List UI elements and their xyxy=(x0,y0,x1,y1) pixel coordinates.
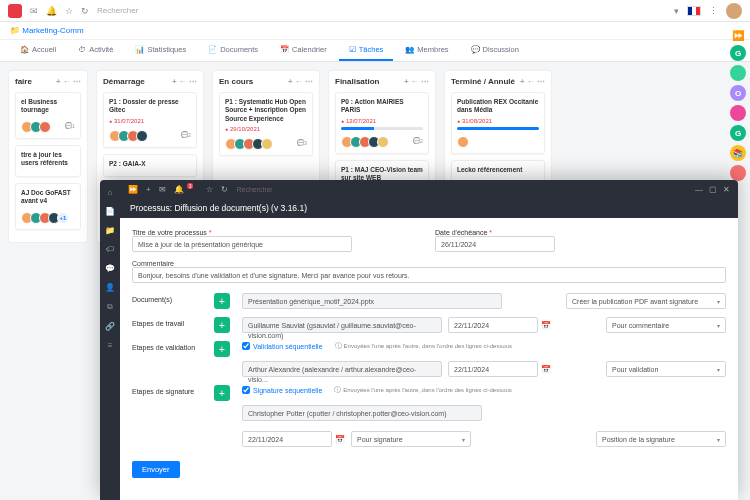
bell-icon[interactable]: 🔔 xyxy=(46,6,57,16)
column-actions[interactable]: + ← ⋯ xyxy=(288,77,313,86)
presence-dot[interactable] xyxy=(730,105,746,121)
column-actions[interactable]: + ← ⋯ xyxy=(56,77,81,86)
space-tabs: 🏠Accueil⏱Activité📊Statistiques📄Documents… xyxy=(0,40,750,62)
signature-position-select[interactable]: Position de la signature xyxy=(596,431,726,447)
signature-user-input[interactable]: Christopher Potter (cpotter / christophe… xyxy=(242,405,482,421)
locale-flag-fr[interactable] xyxy=(687,6,701,16)
bell-icon[interactable]: 🔔 xyxy=(174,185,184,194)
column-actions[interactable]: + ← ⋯ xyxy=(520,77,545,86)
kanban-card[interactable]: P1 : Dossier de presse Gitec31/07/2021💬2 xyxy=(103,92,197,148)
add-signature-button[interactable]: + xyxy=(214,385,230,401)
dropdown-icon[interactable]: ▾ xyxy=(674,6,679,16)
mail-icon[interactable]: ✉ xyxy=(159,185,166,194)
column-actions[interactable]: + ← ⋯ xyxy=(404,77,429,86)
signature-action-select[interactable]: Pour signature xyxy=(351,431,471,447)
side-link-icon[interactable]: 🔗 xyxy=(105,322,115,331)
validation-user-input[interactable]: Arthur Alexandre (aalexandre / arthur.al… xyxy=(242,361,442,377)
ff-icon[interactable]: ⏩ xyxy=(128,185,138,194)
kanban-card[interactable]: Publication REX Occitanie dans Média31/0… xyxy=(451,92,545,154)
reload-icon[interactable]: ↻ xyxy=(221,185,228,194)
history-icon[interactable]: ↻ xyxy=(81,6,89,16)
echeance-label: Date d'échéance xyxy=(435,229,487,236)
tab-tâches[interactable]: ☑Tâches xyxy=(339,40,394,61)
commentaire-label: Commentaire xyxy=(132,260,726,267)
presence-dot[interactable]: O xyxy=(730,85,746,101)
document-chip[interactable]: Présentation générique_motif_2024.pptx xyxy=(242,293,502,309)
tab-documents[interactable]: 📄Documents xyxy=(198,40,268,61)
side-user-icon[interactable]: 👤 xyxy=(105,283,115,292)
modal-title: Processus: Diffusion de document(s) (v 3… xyxy=(120,198,738,218)
calendar-icon[interactable]: 📅 xyxy=(541,321,551,330)
star-icon[interactable]: ☆ xyxy=(206,185,213,194)
side-layers-icon[interactable]: ≡ xyxy=(108,341,113,350)
tab-membres[interactable]: 👥Membres xyxy=(395,40,458,61)
app-topbar: ✉ 🔔 ☆ ↻ Rechercher ▾ ⋮ xyxy=(0,0,750,22)
user-avatar[interactable] xyxy=(726,3,742,19)
maximize-icon[interactable]: ▢ xyxy=(709,185,717,194)
modal-search[interactable]: Rechercher xyxy=(236,186,687,193)
tab-accueil[interactable]: 🏠Accueil xyxy=(10,40,66,61)
presence-rail: ⏩ G O G 📚 xyxy=(730,30,746,181)
add-validation-button[interactable]: + xyxy=(214,341,230,357)
signature-date-input[interactable]: 22/11/2024 xyxy=(242,431,332,447)
tab-discussion[interactable]: 💬Discussion xyxy=(461,40,529,61)
submit-button[interactable]: Envoyer xyxy=(132,461,180,478)
document-action-select[interactable]: Créer la publication PDF avant signature xyxy=(566,293,726,309)
add-travail-button[interactable]: + xyxy=(214,317,230,333)
side-tag-icon[interactable]: 🏷 xyxy=(106,245,114,254)
kanban-card[interactable]: ttre à jour les users référents xyxy=(15,145,81,177)
breadcrumb[interactable]: 📁 Marketing-Comm xyxy=(0,22,750,40)
star-icon[interactable]: ☆ xyxy=(65,6,73,16)
tab-activité[interactable]: ⏱Activité xyxy=(68,40,123,61)
presence-dot[interactable]: 📚 xyxy=(730,145,746,161)
kanban-column: faire+ ← ⋯el Business tournage💬1ttre à j… xyxy=(8,70,88,243)
minimize-icon[interactable]: — xyxy=(695,185,703,194)
side-doc-icon[interactable]: 📄 xyxy=(105,207,115,216)
side-home-icon[interactable]: ⌂ xyxy=(108,188,113,197)
travail-user-input[interactable]: Guillaume Sauviat (gsauviat / guillaume.… xyxy=(242,317,442,333)
travail-action-select[interactable]: Pour commentaire xyxy=(606,317,726,333)
kanban-card[interactable]: AJ Doc GoFAST avant v4+1 xyxy=(15,183,81,230)
side-chat-icon[interactable]: 💬 xyxy=(105,264,115,273)
presence-dot[interactable] xyxy=(730,65,746,81)
travail-date-input[interactable]: 22/11/2024 xyxy=(448,317,538,333)
validation-date-input[interactable]: 22/11/2024 xyxy=(448,361,538,377)
kanban-card[interactable]: P1 : Systematic Hub Open Source + inscri… xyxy=(219,92,313,156)
presence-dot[interactable]: G xyxy=(730,45,746,61)
presence-dot[interactable]: G xyxy=(730,125,746,141)
calendar-icon[interactable]: 📅 xyxy=(541,365,551,374)
menu-icon[interactable]: ⋮ xyxy=(709,6,718,16)
tab-statistiques[interactable]: 📊Statistiques xyxy=(125,40,196,61)
add-document-button[interactable]: + xyxy=(214,293,230,309)
kanban-card[interactable]: el Business tournage💬1 xyxy=(15,92,81,139)
titre-input[interactable]: Mise à jour de la présentation générique xyxy=(132,236,352,252)
kanban-card[interactable]: P2 : GAIA-X xyxy=(103,154,197,177)
validation-seq-checkbox[interactable]: Validation séquentielle xyxy=(242,342,323,350)
side-folder-icon[interactable]: 📁 xyxy=(105,226,115,235)
validation-label: Etapes de validation xyxy=(132,341,202,351)
plus-icon[interactable]: + xyxy=(146,185,151,194)
kanban-card[interactable]: P0 : Action MAIRIES PARIS12/07/2021💬2 xyxy=(335,92,429,154)
documents-label: Document(s) xyxy=(132,293,202,303)
app-logo[interactable] xyxy=(8,4,22,18)
validation-hint: Envoyées l'une après l'autre, dans l'ord… xyxy=(335,341,513,351)
fast-forward-icon[interactable]: ⏩ xyxy=(732,30,744,41)
signature-hint: Envoyées l'une après l'autre, dans l'ord… xyxy=(334,385,512,395)
presence-dot[interactable] xyxy=(730,165,746,181)
close-icon[interactable]: ✕ xyxy=(723,185,730,194)
echeance-input[interactable]: 26/11/2024 xyxy=(435,236,555,252)
global-search[interactable]: Rechercher xyxy=(97,6,666,15)
column-actions[interactable]: + ← ⋯ xyxy=(172,77,197,86)
validation-action-select[interactable]: Pour validation xyxy=(606,361,726,377)
travail-label: Etapes de travail xyxy=(132,317,202,327)
side-copy-icon[interactable]: ⧉ xyxy=(107,302,113,312)
commentaire-input[interactable]: Bonjour, besoins d'une validation et d'u… xyxy=(132,267,726,283)
titre-label: Titre de votre processus xyxy=(132,229,207,236)
modal-topbar: ⏩ + ✉ 🔔3 ☆ ↻ Rechercher — ▢ ✕ xyxy=(120,180,738,198)
signature-label: Etapes de signature xyxy=(132,385,202,395)
tab-calendrier[interactable]: 📅Calendrier xyxy=(270,40,337,61)
modal-sidebar: ⌂ 📄 📁 🏷 💬 👤 ⧉ 🔗 ≡ xyxy=(100,180,120,500)
mail-icon[interactable]: ✉ xyxy=(30,6,38,16)
signature-seq-checkbox[interactable]: Signature séquentielle xyxy=(242,386,322,394)
calendar-icon[interactable]: 📅 xyxy=(335,435,345,444)
